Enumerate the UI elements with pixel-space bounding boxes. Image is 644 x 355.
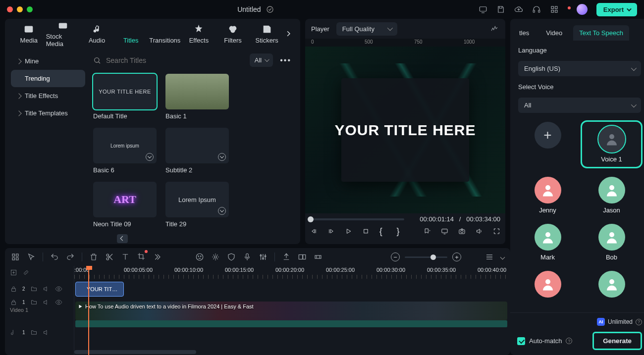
keyframe-icon[interactable] — [314, 253, 322, 261]
tab-titles-props[interactable]: tles — [513, 25, 535, 41]
progress-slider[interactable] — [310, 218, 404, 220]
tab-transitions[interactable]: Transitions — [148, 24, 182, 44]
tab-titles[interactable]: Titles — [114, 24, 148, 44]
display-icon[interactable] — [441, 227, 448, 236]
timeline-view-icon[interactable] — [485, 253, 494, 261]
text-tool-icon[interactable] — [121, 253, 130, 261]
music-note-icon[interactable] — [10, 329, 17, 336]
track-header-title[interactable]: 2 — [5, 279, 74, 299]
minimize-window-icon[interactable] — [17, 6, 23, 12]
mute-icon[interactable] — [43, 285, 50, 293]
voice-option-jason[interactable]: Jason — [582, 177, 641, 214]
add-track-icon[interactable] — [10, 269, 17, 276]
playhead[interactable] — [88, 266, 89, 355]
zoom-slider[interactable] — [405, 256, 447, 258]
voice-option-voice-1[interactable]: Voice 1 — [582, 122, 641, 167]
fullscreen-icon[interactable] — [493, 227, 500, 236]
multicam-icon[interactable] — [298, 253, 307, 261]
zoom-in-button[interactable]: + — [452, 253, 461, 261]
visibility-icon[interactable] — [55, 299, 62, 306]
search-input[interactable] — [106, 56, 245, 64]
select-tool-icon[interactable] — [27, 253, 36, 261]
chevron-down-icon[interactable] — [500, 254, 505, 259]
tab-text-to-speech[interactable]: Text To Speech — [573, 25, 629, 41]
screen-icon[interactable] — [479, 5, 487, 14]
voice-option-jenny[interactable]: Jenny — [518, 177, 577, 214]
marker-icon[interactable] — [282, 253, 291, 261]
folder-icon[interactable] — [30, 285, 38, 293]
info-icon[interactable]: ? — [566, 338, 572, 344]
sidebar-item-mine[interactable]: Mine — [11, 52, 85, 70]
visibility-icon[interactable] — [55, 285, 62, 293]
mute-icon[interactable] — [43, 329, 50, 336]
auto-match-checkbox[interactable]: Auto-match? — [517, 337, 572, 345]
quality-dropdown[interactable]: Full Quality — [336, 22, 397, 36]
title-thumb-basic-6[interactable]: Lorem ipsumBasic 6 — [93, 128, 157, 174]
track-header-video[interactable]: 1 Video 1 — [5, 299, 74, 322]
export-button[interactable]: Export — [596, 3, 637, 16]
title-thumb-basic-1[interactable]: Basic 1 — [165, 74, 229, 120]
timeline-tracks[interactable]: :00:00 00:00:05:00 00:00:10:00 00:00:15:… — [74, 266, 510, 355]
language-dropdown[interactable]: English (US) — [518, 61, 641, 76]
lock-icon[interactable] — [10, 285, 17, 293]
sidebar-item-title-effects[interactable]: Title Effects — [11, 87, 85, 104]
more-options-icon[interactable]: ••• — [278, 54, 293, 67]
voice-filter-dropdown[interactable]: All — [518, 98, 641, 113]
next-frame-icon[interactable] — [327, 227, 335, 236]
cloud-upload-icon[interactable] — [514, 5, 523, 14]
chevron-right-icon[interactable] — [284, 29, 293, 39]
sidebar-item-trending[interactable]: Trending — [11, 70, 85, 87]
zoom-out-button[interactable]: − — [391, 253, 400, 261]
tab-filters[interactable]: Filters — [216, 24, 250, 44]
timeline-ruler[interactable]: :00:00 00:00:05:00 00:00:10:00 00:00:15:… — [74, 266, 510, 279]
split-icon[interactable] — [105, 253, 114, 261]
voice-option-mark[interactable]: Mark — [518, 224, 577, 261]
tab-effects[interactable]: Effects — [182, 24, 216, 44]
voice-option-more[interactable] — [518, 271, 577, 298]
info-icon[interactable]: ? — [636, 319, 642, 325]
tab-stock-media[interactable]: Stock Media — [46, 20, 80, 48]
tab-audio[interactable]: Audio — [80, 24, 114, 44]
track-header-audio[interactable]: 1 — [5, 322, 74, 342]
mute-icon[interactable] — [43, 299, 50, 306]
folder-icon[interactable] — [30, 299, 38, 306]
layout-grid-icon[interactable] — [11, 253, 20, 261]
save-icon[interactable] — [496, 5, 505, 14]
undo-icon[interactable] — [50, 253, 59, 261]
mark-out-icon[interactable]: } — [397, 227, 404, 236]
user-avatar[interactable] — [577, 4, 588, 15]
clip-audio-waveform[interactable] — [75, 320, 507, 327]
clip-video[interactable]: How To use Audio driven text to a video … — [75, 302, 507, 320]
maximize-window-icon[interactable] — [27, 6, 33, 12]
back-button[interactable] — [117, 234, 128, 243]
add-voice-button[interactable] — [518, 122, 577, 167]
mark-in-icon[interactable]: { — [379, 227, 387, 236]
mic-icon[interactable] — [243, 253, 252, 261]
snapshot-icon[interactable] — [458, 227, 466, 236]
player-stage[interactable]: YOUR TITLE HERE — [305, 47, 505, 213]
generate-button[interactable]: Generate — [592, 332, 642, 350]
shield-icon[interactable] — [227, 253, 236, 261]
clip-title[interactable]: YOUR TIT… — [75, 282, 124, 297]
volume-icon[interactable] — [476, 227, 483, 236]
link-icon[interactable] — [22, 269, 30, 276]
stop-icon[interactable] — [362, 227, 370, 236]
redo-icon[interactable] — [66, 253, 75, 261]
delete-icon[interactable] — [89, 253, 98, 261]
apps-grid-icon[interactable] — [550, 5, 559, 14]
prev-frame-icon[interactable] — [310, 227, 318, 236]
lock-icon[interactable] — [10, 299, 17, 306]
crop-icon[interactable] — [137, 252, 146, 261]
title-overlay[interactable]: YOUR TITLE HERE — [334, 122, 476, 139]
download-icon[interactable] — [218, 207, 226, 215]
mixer-icon[interactable] — [259, 253, 268, 261]
title-thumb-title-29[interactable]: Lorem IpsumTitle 29 — [165, 182, 229, 228]
title-thumb-neon-09[interactable]: ARTNeon Title 09 — [93, 182, 157, 228]
ai-face-icon[interactable] — [195, 253, 204, 261]
performance-icon[interactable] — [489, 25, 499, 33]
title-thumb-default[interactable]: YOUR TITLE HEREDefault Title — [93, 74, 157, 120]
download-icon[interactable] — [146, 153, 154, 161]
close-window-icon[interactable] — [7, 6, 13, 12]
more-tools-icon[interactable] — [153, 253, 161, 261]
tab-stickers[interactable]: Stickers — [250, 24, 284, 44]
